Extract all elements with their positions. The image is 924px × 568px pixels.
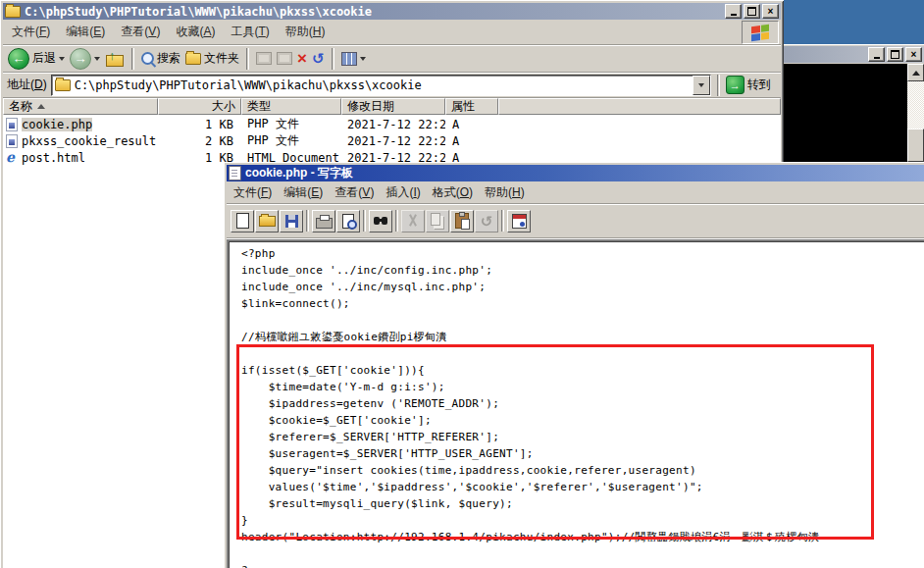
address-label: 地址(D) bbox=[7, 77, 47, 93]
menu-item[interactable]: 帮助(H) bbox=[485, 184, 525, 201]
file-row[interactable]: pkxss_cookie_result.php 2 KB PHP 文件 2021… bbox=[3, 132, 781, 149]
explorer-toolbar: ← 后退 → ↑ 搜索 文件夹 × ↺ bbox=[3, 45, 781, 73]
column-header-attr[interactable]: 属性 bbox=[445, 98, 498, 115]
undo-icon: ↺ bbox=[312, 51, 325, 66]
column-header-size[interactable]: 大小 bbox=[158, 98, 241, 115]
search-icon bbox=[141, 52, 154, 65]
code-line: include_once '../inc/config.inc.php'; bbox=[241, 262, 924, 279]
close-icon: × bbox=[911, 50, 917, 60]
close-button[interactable]: × bbox=[905, 47, 922, 62]
menu-item[interactable]: 编辑(E) bbox=[283, 184, 323, 201]
menu-item[interactable]: 插入(I) bbox=[385, 184, 420, 201]
file-name: post.html bbox=[22, 151, 85, 165]
back-icon: ← bbox=[8, 48, 29, 70]
minimize-button[interactable] bbox=[868, 47, 885, 62]
file-type-icon bbox=[6, 134, 18, 148]
file-type: PHP 文件 bbox=[241, 116, 341, 132]
toolbar-separator bbox=[363, 210, 366, 232]
file-size: 2 KB bbox=[158, 134, 241, 148]
toolbar-separator bbox=[332, 48, 334, 70]
folder-icon bbox=[5, 6, 21, 18]
datetime-button[interactable] bbox=[507, 210, 531, 232]
wordpad-doc-icon bbox=[229, 166, 241, 181]
code-line bbox=[241, 312, 924, 329]
menu-item[interactable]: 收藏(A) bbox=[176, 24, 215, 40]
copy-to-button bbox=[277, 52, 292, 65]
file-date: 2021-7-12 22:28 bbox=[341, 134, 445, 148]
move-to-icon bbox=[256, 52, 272, 65]
forward-button[interactable]: → bbox=[70, 48, 100, 70]
file-name-cell[interactable]: pkxss_cookie_result.php bbox=[3, 134, 158, 148]
maximize-icon bbox=[747, 7, 756, 16]
scrollbar-thumb[interactable] bbox=[907, 129, 924, 162]
menu-item[interactable]: 查看(V) bbox=[334, 184, 374, 201]
go-icon: → bbox=[726, 76, 744, 94]
chevron-down-icon bbox=[698, 83, 704, 90]
toolbar-separator bbox=[131, 48, 134, 70]
background-window-titlebar[interactable]: × bbox=[782, 46, 924, 63]
date-time-icon bbox=[512, 214, 527, 229]
maximize-button[interactable] bbox=[744, 4, 760, 19]
windows-logo-icon bbox=[742, 21, 779, 44]
save-button[interactable] bbox=[280, 210, 303, 232]
views-dropdown-icon bbox=[360, 57, 366, 64]
close-button[interactable]: × bbox=[762, 4, 779, 19]
file-type-icon bbox=[6, 151, 18, 165]
go-button[interactable]: → 转到 bbox=[726, 76, 771, 94]
print-preview-button[interactable] bbox=[336, 210, 360, 232]
menu-item[interactable]: 查看(V) bbox=[121, 24, 160, 40]
menu-item[interactable]: 编辑(E) bbox=[66, 24, 105, 40]
column-header-type[interactable]: 类型 bbox=[241, 98, 341, 115]
menu-item[interactable]: 文件(F) bbox=[233, 184, 272, 201]
folders-button[interactable]: 文件夹 bbox=[185, 50, 239, 67]
address-dropdown-button[interactable] bbox=[693, 76, 710, 95]
forward-icon: → bbox=[70, 48, 91, 70]
wordpad-menubar: 文件(F) 编辑(E) 查看(V) 插入(I) 格式(O) 帮助(H) bbox=[227, 181, 924, 204]
delete-button[interactable]: × bbox=[297, 50, 307, 67]
minimize-button[interactable] bbox=[725, 4, 742, 19]
code-line: include_once '../inc/mysql.inc.php'; bbox=[241, 279, 924, 295]
red-highlight-box bbox=[236, 344, 874, 540]
maximize-button[interactable] bbox=[887, 47, 903, 62]
new-button[interactable] bbox=[231, 210, 254, 232]
up-button[interactable]: ↑ bbox=[105, 50, 125, 68]
maximize-icon bbox=[891, 50, 899, 59]
address-value: C:\phpStudy\PHPTutorial\WWW\pikachu\pkxs… bbox=[75, 78, 689, 92]
views-button[interactable] bbox=[341, 52, 366, 66]
column-header-filler bbox=[498, 98, 781, 115]
menu-item[interactable]: 格式(O) bbox=[433, 184, 473, 201]
column-header-name[interactable]: 名称 bbox=[3, 98, 158, 115]
file-name-cell[interactable]: cookie.php bbox=[3, 118, 158, 131]
scroll-up-button[interactable] bbox=[907, 64, 924, 81]
menu-item[interactable]: 帮助(H) bbox=[285, 24, 326, 40]
move-to-button bbox=[256, 52, 272, 65]
undo-button: ↺ bbox=[475, 210, 498, 232]
file-name: cookie.php bbox=[22, 118, 92, 131]
menu-item[interactable]: 工具(T) bbox=[231, 24, 269, 40]
explorer-addressbar: 地址(D) C:\phpStudy\PHPTutorial\WWW\pikach… bbox=[3, 73, 781, 98]
file-row[interactable]: cookie.php 1 KB PHP 文件 2021-7-12 22:28 A bbox=[3, 116, 781, 132]
open-button[interactable] bbox=[255, 210, 279, 232]
file-name: pkxss_cookie_result.php bbox=[22, 134, 158, 148]
menu-item[interactable]: 文件(F) bbox=[12, 24, 50, 40]
column-header-date[interactable]: 修改日期 bbox=[341, 98, 445, 115]
find-button[interactable] bbox=[369, 210, 392, 232]
wordpad-toolbar: ↺ bbox=[227, 204, 924, 238]
close-icon: × bbox=[768, 7, 774, 17]
explorer-titlebar[interactable]: C:\phpStudy\PHPTutorial\WWW\pikachu\pkxs… bbox=[3, 3, 781, 20]
back-button[interactable]: ← 后退 bbox=[8, 48, 65, 70]
address-input[interactable]: C:\phpStudy\PHPTutorial\WWW\pikachu\pkxs… bbox=[51, 75, 711, 96]
file-attr: A bbox=[445, 134, 498, 148]
folders-icon bbox=[185, 53, 201, 65]
minimize-icon bbox=[874, 57, 880, 59]
wordpad-titlebar[interactable]: cookie.php - 写字板 bbox=[227, 165, 924, 181]
undo-button[interactable]: ↺ bbox=[312, 51, 325, 66]
search-button[interactable]: 搜索 bbox=[141, 50, 180, 67]
paste-button[interactable] bbox=[450, 210, 474, 232]
toolbar-separator bbox=[306, 210, 309, 232]
print-button[interactable] bbox=[312, 210, 335, 232]
scroll-up-icon bbox=[912, 67, 920, 76]
file-name-cell[interactable]: post.html bbox=[3, 151, 158, 165]
new-document-icon bbox=[236, 213, 249, 229]
toolbar-separator bbox=[395, 210, 398, 232]
